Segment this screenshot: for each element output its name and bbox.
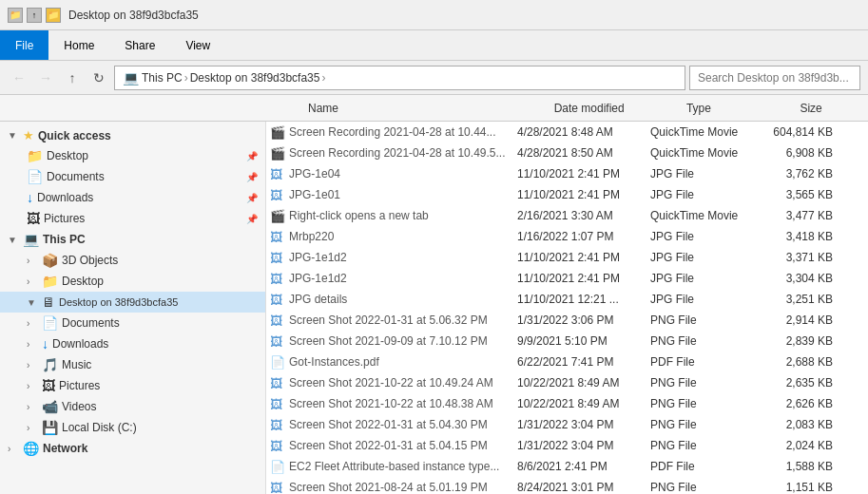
file-date: 1/31/2022 3:04 PM — [517, 418, 650, 431]
sidebar-item-desktop-pc[interactable]: › 📁 Desktop — [0, 271, 265, 292]
menu-file[interactable]: File — [0, 30, 48, 60]
file-type-icon: 🖼 — [270, 481, 289, 495]
file-type: QuickTime Movie — [650, 125, 764, 139]
network-header[interactable]: › 🌐 Network — [0, 438, 265, 459]
menu-home[interactable]: Home — [48, 30, 109, 60]
this-pc-icon: 💻 — [23, 232, 39, 247]
file-type-icon: 📄 — [270, 460, 289, 474]
menu-share[interactable]: Share — [109, 30, 170, 60]
file-type-icon: 🖼 — [270, 439, 289, 453]
address-sep1: › — [184, 71, 188, 85]
address-path[interactable]: 💻 This PC › Desktop on 38f9d3bcfa35 › — [114, 66, 685, 90]
title-bar: 📁 ↑ 📁 Desktop on 38f9d3bcfa35 — [0, 0, 868, 30]
file-size: 2,635 KB — [764, 376, 840, 390]
file-size: 604,814 KB — [764, 125, 840, 139]
table-row[interactable]: 🖼 Mrbp220 1/16/2022 1:07 PM JPG File 3,4… — [266, 226, 868, 247]
table-row[interactable]: 🎬 Screen Recording 2021-04-28 at 10.49.5… — [266, 142, 868, 163]
table-row[interactable]: 📄 EC2 Fleet Attribute-based instance typ… — [266, 456, 868, 477]
file-type-icon: 📄 — [270, 355, 289, 370]
file-type-icon: 🖼 — [270, 397, 289, 411]
file-name: Screen Shot 2021-10-22 at 10.49.24 AM — [289, 376, 517, 390]
table-row[interactable]: 🖼 Screen Shot 2022-01-31 at 5.04.30 PM 1… — [266, 414, 868, 435]
sidebar-item-desktop-qa[interactable]: 📁 Desktop 📌 — [0, 145, 265, 166]
quick-access-label: Quick access — [38, 129, 111, 142]
desktop-pc-icon: 📁 — [42, 274, 58, 289]
window-icon: 📁 — [8, 8, 23, 23]
table-row[interactable]: 🖼 Screen Shot 2021-09-09 at 7.10.12 PM 9… — [266, 331, 868, 352]
table-row[interactable]: 🖼 JPG details 11/10/2021 12:21 ... JPG F… — [266, 289, 868, 310]
file-type: PNG File — [650, 439, 764, 452]
file-type-icon: 🖼 — [270, 376, 289, 390]
file-size: 3,762 KB — [764, 167, 840, 180]
file-name: JPG details — [289, 293, 517, 306]
sidebar-item-pictures-pc[interactable]: › 🖼 Pictures — [0, 375, 265, 396]
local-disk-icon: 💾 — [42, 420, 58, 435]
file-type-icon: 🖼 — [270, 293, 289, 307]
table-row[interactable]: 🖼 JPG-1e01 11/10/2021 2:41 PM JPG File 3… — [266, 184, 868, 205]
forward-button[interactable]: → — [34, 66, 57, 89]
address-sep2: › — [321, 71, 325, 85]
table-row[interactable]: 🖼 Screen Shot 2022-01-31 at 5.06.32 PM 1… — [266, 310, 868, 331]
table-row[interactable]: 🖼 Screen Shot 2022-01-31 at 5.04.15 PM 1… — [266, 435, 868, 456]
file-type-icon: 🖼 — [270, 230, 289, 244]
col-header-name[interactable]: Name — [300, 102, 547, 115]
pin-icon-3: 📌 — [246, 193, 258, 203]
table-row[interactable]: 🖼 JPG-1e1d2 11/10/2021 2:41 PM JPG File … — [266, 247, 868, 268]
file-date: 11/10/2021 2:41 PM — [517, 167, 650, 180]
menu-view[interactable]: View — [170, 30, 225, 60]
file-date: 2/16/2021 3:30 AM — [517, 209, 650, 222]
dl-chevron: › — [27, 339, 38, 350]
sidebar-item-downloads-qa[interactable]: ↓ Downloads 📌 — [0, 187, 265, 208]
this-pc-section: ▼ 💻 This PC › 📦 3D Objects › 📁 Desktop ▼… — [0, 229, 265, 438]
col-header-date[interactable]: Date modified — [547, 102, 679, 115]
file-type-icon: 🖼 — [270, 418, 289, 432]
sidebar-item-downloads-pc[interactable]: › ↓ Downloads — [0, 333, 265, 354]
3d-chevron: › — [27, 256, 38, 266]
table-row[interactable]: 🖼 Screen Shot 2021-10-22 at 10.49.24 AM … — [266, 372, 868, 393]
title-bar-icons: 📁 ↑ 📁 — [8, 8, 61, 23]
file-size: 3,251 KB — [764, 293, 840, 306]
col-header-size[interactable]: Size — [792, 102, 868, 115]
file-date: 10/22/2021 8:49 AM — [517, 376, 650, 390]
file-size: 2,626 KB — [764, 397, 840, 410]
file-name: Screen Shot 2021-08-24 at 5.01.19 PM — [289, 481, 517, 494]
file-type: QuickTime Movie — [650, 146, 764, 160]
file-date: 11/10/2021 2:41 PM — [517, 251, 650, 264]
table-row[interactable]: 📄 Got-Instances.pdf 6/22/2021 7:41 PM PD… — [266, 352, 868, 372]
table-row[interactable]: 🖼 Screen Shot 2021-10-22 at 10.48.38 AM … — [266, 393, 868, 414]
window-title: Desktop on 38f9d3bcfa35 — [68, 9, 199, 22]
up-button[interactable]: ↑ — [61, 66, 84, 89]
file-date: 11/10/2021 2:41 PM — [517, 272, 650, 285]
videos-chevron: › — [27, 402, 38, 412]
file-date: 6/22/2021 7:41 PM — [517, 355, 650, 369]
table-row[interactable]: 🎬 Right-click opens a new tab 2/16/2021 … — [266, 205, 868, 226]
sidebar-item-documents-qa[interactable]: 📄 Documents 📌 — [0, 166, 265, 187]
search-input[interactable] — [689, 66, 860, 90]
documents-icon: 📄 — [27, 169, 43, 184]
file-list: 🎬 Screen Recording 2021-04-28 at 10.44..… — [266, 122, 868, 494]
file-name: Got-Instances.pdf — [289, 355, 517, 369]
quick-access-chevron: ▼ — [8, 130, 19, 141]
refresh-button[interactable]: ↻ — [87, 66, 110, 89]
table-row[interactable]: 🖼 JPG-1e1d2 11/10/2021 2:41 PM JPG File … — [266, 268, 868, 289]
col-header-type[interactable]: Type — [679, 102, 792, 115]
file-name: Mrbp220 — [289, 230, 517, 243]
quick-access-header[interactable]: ▼ ★ Quick access — [0, 125, 265, 145]
sidebar-item-3dobjects[interactable]: › 📦 3D Objects — [0, 250, 265, 271]
sidebar-item-remote-desktop[interactable]: ▼ 🖥 Desktop on 38f9d3bcfa35 — [0, 292, 265, 313]
table-row[interactable]: 🎬 Screen Recording 2021-04-28 at 10.44..… — [266, 122, 868, 142]
sidebar-item-music[interactable]: › 🎵 Music — [0, 354, 265, 375]
file-name: Right-click opens a new tab — [289, 209, 517, 222]
back-button[interactable]: ← — [8, 66, 30, 89]
file-date: 11/10/2021 2:41 PM — [517, 188, 650, 201]
this-pc-header[interactable]: ▼ 💻 This PC — [0, 229, 265, 250]
main-layout: ▼ ★ Quick access 📁 Desktop 📌 📄 Documents… — [0, 122, 868, 494]
table-row[interactable]: 🖼 Screen Shot 2021-08-24 at 5.01.19 PM 8… — [266, 477, 868, 494]
sidebar: ▼ ★ Quick access 📁 Desktop 📌 📄 Documents… — [0, 122, 266, 494]
sidebar-item-videos[interactable]: › 📹 Videos — [0, 396, 265, 417]
sidebar-item-documents-pc[interactable]: › 📄 Documents — [0, 313, 265, 333]
table-row[interactable]: 🖼 JPG-1e04 11/10/2021 2:41 PM JPG File 3… — [266, 163, 868, 184]
sidebar-item-local-disk[interactable]: › 💾 Local Disk (C:) — [0, 417, 265, 438]
quick-access-section: ▼ ★ Quick access 📁 Desktop 📌 📄 Documents… — [0, 125, 265, 229]
sidebar-item-pictures-qa[interactable]: 🖼 Pictures 📌 — [0, 208, 265, 229]
